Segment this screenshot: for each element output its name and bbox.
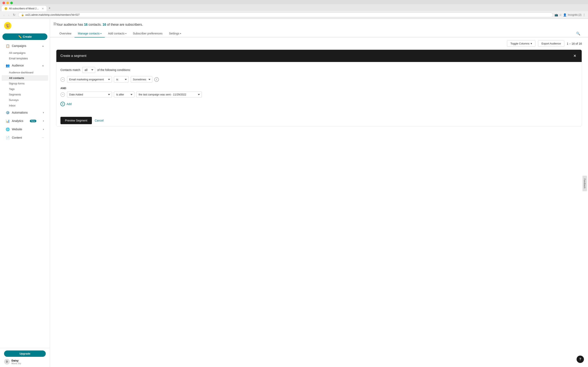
sidebar-item-surveys[interactable]: Surveys (0, 97, 50, 103)
segment-close-button[interactable]: ✕ (572, 53, 578, 59)
profile-icon[interactable]: 👤 (563, 13, 567, 17)
sidebar-logo: 🐒 (0, 19, 50, 33)
feedback-tab[interactable]: Feedback (582, 176, 587, 191)
records-range: 1 – 16 (567, 42, 575, 45)
match-select[interactable]: all any (82, 67, 95, 73)
campaigns-submenu: All campaigns Email templates (0, 50, 50, 61)
tab-subscriber-preferences-label: Subscriber preferences (133, 32, 163, 35)
sidebar: 🐒 ✏️ Create 📋 Campaigns ▲ All campaigns … (0, 19, 50, 367)
user-details: Daisy Mood Joy (11, 359, 21, 365)
condition-1-info-icon[interactable]: i (154, 77, 159, 82)
create-button[interactable]: ✏️ Create (2, 33, 47, 40)
pencil-icon: ✏️ (18, 35, 22, 38)
sidebar-toggle-button[interactable]: ☰ (53, 22, 56, 26)
sidebar-item-content[interactable]: 📄 Content ⋯ (2, 133, 48, 142)
automations-chevron-icon: ▾ (43, 111, 44, 114)
tab-overview[interactable]: Overview (56, 30, 75, 38)
tab-settings-label: Settings (169, 32, 180, 35)
condition-2-value-select[interactable]: the last campaign was sent - 11/29/2022 (136, 91, 202, 98)
minimize-dot[interactable] (6, 2, 9, 4)
close-dot[interactable] (2, 2, 5, 4)
back-button[interactable]: ‹ (2, 13, 6, 17)
active-tab[interactable]: 🐒 All subscribers of Mood Joy | ✕ (2, 6, 47, 11)
condition-2-field-select[interactable]: Date Added (67, 91, 112, 98)
sidebar-nav: 📋 Campaigns ▲ All campaigns Email templa… (0, 42, 50, 348)
website-chevron-icon: ▾ (43, 128, 44, 131)
reload-button[interactable]: ↻ (12, 13, 17, 17)
analytics-icon: 📊 (6, 119, 10, 123)
sidebar-item-signup-forms[interactable]: Signup forms (0, 81, 50, 86)
condition-1-remove-button[interactable]: − (61, 77, 65, 82)
contacts-text: contacts. (89, 23, 102, 26)
tab-overview-label: Overview (60, 32, 71, 35)
sidebar-item-tags[interactable]: Tags (0, 86, 50, 92)
user-info: D Daisy Mood Joy (4, 359, 46, 365)
forward-button[interactable]: › (7, 13, 10, 17)
and-label: AND (61, 87, 66, 90)
menu-icon[interactable]: ⋮ (583, 13, 586, 17)
sidebar-bottom: Upgrade D Daisy Mood Joy (0, 348, 50, 367)
segment-body: Contacts match all any of the following … (56, 62, 582, 113)
bookmark-icon[interactable]: ☆ (559, 13, 562, 17)
condition-1-field-select[interactable]: Email marketing engagement (67, 76, 112, 83)
condition-2-operator-select[interactable]: is after is before is (114, 91, 134, 98)
tab-add-contacts[interactable]: Add contacts ▾ (105, 30, 130, 38)
subscribers-text: of these are subscribers. (107, 23, 143, 26)
sidebar-item-segments[interactable]: Segments (0, 92, 50, 97)
user-avatar: D (4, 359, 10, 365)
lock-icon: 🔒 (21, 14, 24, 16)
toggle-columns-button[interactable]: Toggle Columns ▾ (507, 40, 536, 47)
tab-title: All subscribers of Mood Joy | (9, 7, 39, 10)
content-header: Your audience has 16 contacts. 16 of the… (50, 19, 588, 26)
segment-header: Create a segment ✕ (56, 50, 582, 62)
sidebar-item-audience-dashboard[interactable]: Audience dashboard (0, 70, 50, 75)
new-tab-button[interactable]: + (47, 5, 52, 11)
automations-label: Automations (12, 111, 28, 114)
sidebar-item-website[interactable]: 🌐 Website ▾ (2, 125, 48, 133)
tab-manage-contacts[interactable]: Manage contacts ▾ (75, 30, 105, 38)
sidebar-item-all-campaigns[interactable]: All campaigns (0, 50, 50, 56)
cast-icon[interactable]: 📺 (554, 13, 558, 17)
contacts-match-label: Contacts match (61, 68, 80, 72)
tab-settings[interactable]: Settings ▾ (166, 30, 185, 38)
campaigns-label: Campaigns (12, 44, 26, 48)
sidebar-item-campaigns[interactable]: 📋 Campaigns ▲ (2, 42, 48, 50)
sidebar-item-automations[interactable]: ⚙️ Automations ▾ (2, 108, 48, 117)
condition-2-remove-button[interactable]: − (61, 92, 65, 97)
sidebar-item-email-templates[interactable]: Email templates (0, 56, 50, 61)
tab-close-button[interactable]: ✕ (42, 7, 44, 10)
campaigns-chevron-icon: ▲ (42, 45, 44, 47)
tab-subscriber-preferences[interactable]: Subscriber preferences (130, 30, 166, 38)
sidebar-item-audience[interactable]: 👥 Audience ▲ (2, 61, 48, 69)
help-button[interactable]: ? (577, 356, 584, 363)
browser-dots (2, 2, 13, 4)
campaigns-icon: 📋 (6, 44, 10, 48)
incognito-label: Incognito (2) (568, 13, 581, 16)
tab-manage-contacts-label: Manage contacts (78, 32, 100, 35)
toggle-columns-chevron-icon: ▾ (531, 42, 532, 45)
upgrade-button[interactable]: Upgrade (4, 350, 46, 357)
create-label: Create (23, 35, 32, 38)
sidebar-item-inbox[interactable]: Inbox (0, 103, 50, 108)
mailchimp-logo-icon: 🐒 (4, 22, 11, 29)
add-condition-button[interactable]: + Add (61, 100, 578, 108)
sidebar-item-analytics[interactable]: 📊 Analytics New ▾ (2, 117, 48, 125)
sidebar-item-all-contacts[interactable]: All contacts (2, 75, 48, 81)
website-icon: 🌐 (6, 127, 10, 131)
conditions-suffix-label: of the following conditions: (97, 68, 131, 72)
segment-footer: Preview Segment Cancel (56, 113, 582, 126)
condition-1-value-select[interactable]: Sometimes Often Rarely Never (131, 76, 152, 83)
address-bar[interactable]: 🔒 us21.admin.mailchimp.com/lists/members… (18, 12, 553, 17)
preview-segment-button[interactable]: Preview Segment (61, 117, 92, 124)
conditions-match-row: Contacts match all any of the following … (61, 67, 578, 73)
records-total: 16 (579, 42, 582, 45)
analytics-chevron-icon: ▾ (43, 120, 44, 122)
maximize-dot[interactable] (10, 2, 13, 4)
user-org: Mood Joy (11, 362, 21, 365)
records-count: 1 – 16 of 16 (567, 42, 582, 45)
export-audience-button[interactable]: Export Audience (538, 40, 564, 47)
search-button[interactable]: 🔍 (575, 30, 582, 37)
toggle-columns-label: Toggle Columns (510, 42, 529, 45)
cancel-button[interactable]: Cancel (95, 119, 104, 122)
condition-1-operator-select[interactable]: is is not (114, 76, 129, 83)
